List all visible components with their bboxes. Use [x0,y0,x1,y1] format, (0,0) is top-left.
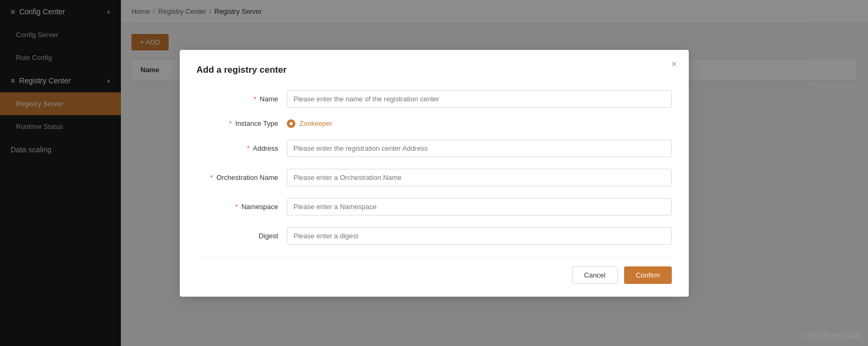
label-digest: Digest [197,232,287,240]
input-name[interactable] [287,90,672,108]
label-name: * Name [197,95,287,103]
modal-title: Add a registry center [197,65,672,75]
form-row-orchestration-name: * Orchestration Name [197,169,672,186]
input-address[interactable] [287,140,672,157]
label-orchestration-name: * Orchestration Name [197,174,287,181]
form-row-address: * Address [197,140,672,157]
watermark: CSDN @沮丧的南瓜 [802,332,861,341]
required-star: * [247,144,250,152]
input-namespace[interactable] [287,198,672,215]
modal-footer: Cancel Confirm [197,257,672,284]
required-star: * [253,95,256,103]
radio-group-instance-type: Zookeeper [287,119,672,128]
radio-zookeeper[interactable] [287,119,295,128]
required-star: * [235,203,238,211]
form-row-instance-type: * Instance Type Zookeeper [197,119,672,128]
form-row-digest: Digest [197,227,672,245]
confirm-button[interactable]: Confirm [624,266,672,284]
input-orchestration-name[interactable] [287,169,672,186]
label-namespace: * Namespace [197,203,287,211]
required-star: * [210,174,213,181]
modal-close-button[interactable]: × [671,59,677,69]
cancel-button[interactable]: Cancel [572,266,618,284]
label-address: * Address [197,144,287,152]
required-star: * [229,119,232,127]
label-instance-type: * Instance Type [197,119,287,127]
form-row-namespace: * Namespace [197,198,672,215]
input-digest[interactable] [287,227,672,245]
main-content: Home / Registry Center / Registry Server… [121,0,868,346]
radio-zookeeper-label: Zookeeper [300,119,332,127]
modal-dialog: × Add a registry center * Name * Instanc… [180,50,689,297]
form-row-name: * Name [197,90,672,108]
modal-overlay: × Add a registry center * Name * Instanc… [0,0,868,346]
